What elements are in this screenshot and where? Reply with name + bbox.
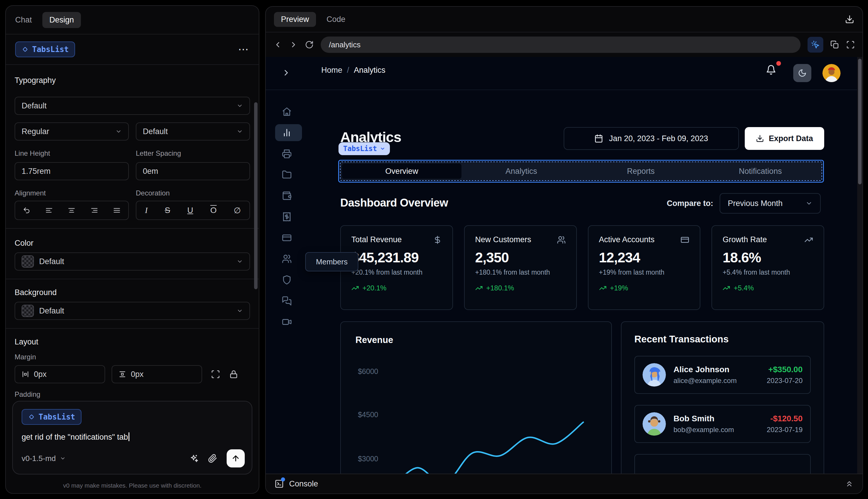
letter-spacing-input[interactable]: 0em [136,162,250,180]
margin-y-icon [119,370,126,378]
divider [6,64,259,65]
sidebar-item-video-icon[interactable] [282,317,292,327]
font-weight-select[interactable]: Regular [15,122,129,141]
tab-notifications[interactable]: Notifications [700,163,820,179]
line-height-input[interactable]: 1.75rem [15,162,129,180]
margin-x-input[interactable]: 0px [15,365,105,383]
align-justify-icon[interactable] [113,207,121,214]
theme-toggle-button[interactable] [793,64,811,82]
chevron-down-icon [60,455,66,461]
canvas-scrollbar-thumb[interactable] [858,59,861,184]
tab-chat[interactable]: Chat [15,15,32,25]
composer-context-chip[interactable]: TabsList [22,409,82,425]
sidebar-toggle-icon[interactable] [282,68,291,77]
panel-scrollbar[interactable] [254,102,258,289]
color-select[interactable]: Default [15,253,250,270]
design-sections: Typography Default Regular Default Line … [6,76,259,421]
stat-change: +180.1% from last month [475,268,566,276]
sidebar-item-printer-icon[interactable] [282,149,292,159]
sidebar-item-messages-icon[interactable] [282,296,292,306]
date-range-button[interactable]: Jan 20, 2023 - Feb 09, 2023 [564,127,739,150]
sparkles-icon[interactable] [189,454,199,463]
align-center-icon[interactable] [68,207,75,214]
align-left-icon[interactable] [45,207,53,214]
tab-analytics[interactable]: Analytics [461,163,581,179]
chart-title: Revenue [356,335,393,345]
font-size-value: Default [143,127,168,136]
sidebar-item-security-icon[interactable] [282,275,292,285]
selected-component-chip[interactable]: TabsList [15,41,75,57]
sidebar-item-analytics-icon[interactable] [282,128,292,138]
tab-preview[interactable]: Preview [274,12,316,27]
overline-icon[interactable]: O [210,206,217,215]
chat-composer[interactable]: TabsList get rid of the "notifications" … [12,401,252,474]
compare-select[interactable]: Previous Month [720,193,821,214]
font-family-select[interactable]: Default [15,97,250,115]
margin-row: 0px 0px [15,365,250,383]
notification-dot [776,61,781,66]
forward-icon[interactable] [289,40,298,49]
tab-code[interactable]: Code [326,15,346,24]
line-height-value: 1.75rem [22,167,51,176]
fullscreen-icon[interactable] [846,40,855,49]
font-size-select[interactable]: Default [136,122,250,141]
tab-overview[interactable]: Overview [342,163,461,179]
user-avatar[interactable] [822,64,841,82]
y-tick: $6000 [358,367,378,375]
background-value: Default [39,306,64,316]
chevrons-up-icon[interactable] [845,479,854,488]
transaction-row[interactable]: Bob Smithbob@example.com -$120.502023-07… [634,405,811,443]
export-data-button[interactable]: Export Data [745,127,824,150]
background-select[interactable]: Default [15,302,250,320]
dollar-sign-icon [433,235,442,244]
url-input[interactable]: /analytics [321,37,801,53]
trending-up-icon [351,284,359,292]
v0-workspace: Chat Design TabsList ⋯ Typography Defaul… [0,0,868,499]
bell-icon[interactable] [766,64,776,75]
y-tick: $3000 [358,454,378,463]
chevron-down-icon [237,258,243,265]
undo-icon[interactable] [23,207,30,214]
sidebar-item-folder-icon[interactable] [282,170,292,180]
console-bar[interactable]: Console [266,474,863,494]
pointer-click-icon [811,40,820,49]
margin-y-input[interactable]: 0px [112,365,202,383]
send-button[interactable] [227,449,245,467]
tab-design[interactable]: Design [42,12,81,28]
sidebar-item-home-icon[interactable] [282,107,292,117]
align-right-icon[interactable] [90,207,98,214]
selection-badge[interactable]: TabsList [338,142,390,155]
transaction-row[interactable]: Alice Johnsonalice@example.com +$350.002… [634,356,811,394]
inspect-cursor-button[interactable] [808,37,823,52]
download-icon[interactable] [845,15,854,24]
stat-trend: +19% [610,284,628,292]
sidebar-item-members-icon[interactable] [282,254,292,264]
more-options-icon[interactable]: ⋯ [238,47,249,52]
copy-icon[interactable] [830,40,839,49]
no-decoration-icon[interactable]: ∅ [234,206,241,215]
model-select[interactable]: v0-1.5-md [22,454,66,463]
breadcrumb: Home / Analytics [321,66,385,75]
sidebar-item-billing-icon[interactable] [282,233,292,243]
prompt-input[interactable]: get rid of the "notifications" tab [22,433,243,442]
italic-icon[interactable]: I [145,206,148,215]
lock-icon[interactable] [229,369,238,379]
canvas-scrollbar-track[interactable] [857,57,863,474]
compare-label: Compare to: [667,199,713,208]
breadcrumb-home[interactable]: Home [321,66,342,75]
underline-icon[interactable]: U [187,206,193,215]
expand-icon[interactable] [211,369,220,379]
stat-card-growth-rate: Growth Rate 18.6% +5.4% from last month … [711,225,824,310]
tab-reports[interactable]: Reports [581,163,700,179]
console-activity-dot [281,477,285,482]
paperclip-icon[interactable] [208,454,217,463]
sidebar-item-receipt-icon[interactable] [282,212,292,222]
sidebar-item-wallet-icon[interactable] [282,191,292,201]
text-caret [128,433,129,441]
refresh-icon[interactable] [305,40,314,49]
divider [6,328,259,329]
back-icon[interactable] [273,40,282,49]
decoration-group: I S U O ∅ [136,201,250,220]
strikethrough-icon[interactable]: S [165,206,170,215]
font-family-value: Default [22,101,47,110]
